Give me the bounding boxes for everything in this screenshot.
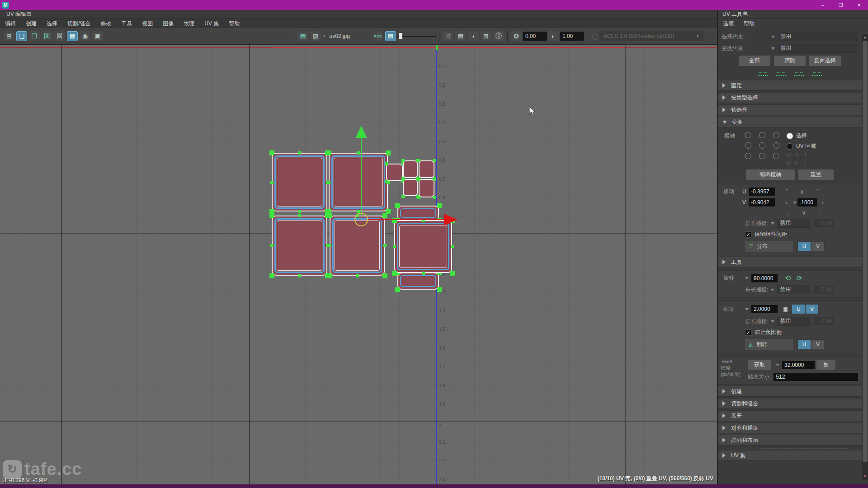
uv-vertex-dot[interactable] <box>357 151 360 155</box>
move-v-field[interactable]: -0.9042 <box>749 198 775 206</box>
chevron-down-icon[interactable] <box>771 320 774 323</box>
rotate-snap-value[interactable]: 禁用 <box>777 285 811 294</box>
section-cut-sew[interactable]: 切割和缝合 <box>718 398 862 409</box>
uv-editor-tab[interactable]: UV 编辑器 <box>6 10 32 18</box>
distribute-button[interactable]: ≣ 分布 <box>745 241 793 252</box>
exposure-field[interactable]: 0.00 <box>523 32 547 41</box>
rgb-channels-icon[interactable]: RGB <box>373 31 383 41</box>
shade-uv-icon[interactable]: ◉ <box>80 31 90 41</box>
uv-vertex-dot[interactable] <box>326 150 331 155</box>
uv-vertex-dot[interactable] <box>422 272 425 275</box>
close-button[interactable]: ✕ <box>850 0 868 10</box>
scale-v-toggle[interactable]: V <box>805 304 819 314</box>
chevron-down-icon[interactable] <box>776 364 779 366</box>
maximize-button[interactable]: ❐ <box>832 0 850 10</box>
section-align-snap[interactable]: 对齐和捕捉 <box>718 422 862 433</box>
select-反向选择-button[interactable]: 反向选择 <box>809 56 841 66</box>
menu-切割/缝合[interactable]: 切割/缝合 <box>62 20 95 28</box>
scale-proportional-icon[interactable]: ▣ <box>783 306 788 312</box>
uv-toolkit-tab[interactable]: UV 工具包 <box>722 10 748 18</box>
uv-vertex-dot[interactable] <box>298 151 301 155</box>
move-pad-right[interactable]: › <box>817 199 828 206</box>
selection-constraint-value[interactable]: 禁用 <box>778 32 858 41</box>
shell-border-on-icon[interactable]: 回 <box>42 31 52 41</box>
section-transform[interactable]: 变换 <box>718 117 862 127</box>
image-range-icon[interactable]: ▤ <box>455 31 466 41</box>
pivot-u-min-field[interactable]: 0 <box>793 152 801 159</box>
uv-vertex-dot[interactable] <box>382 273 387 278</box>
uv-viewport[interactable]: 0.10.20.30.40.50.60.70.80.911.11.21.31.4… <box>0 45 717 484</box>
select-全部-button[interactable]: 全部 <box>739 56 770 66</box>
slider-handle[interactable] <box>399 33 402 39</box>
shrink-selection-icon[interactable]: →← <box>758 69 768 76</box>
chevron-down-icon[interactable] <box>771 36 775 38</box>
move-manipulator-right-arrow[interactable] <box>444 214 458 225</box>
chevron-down-icon[interactable] <box>771 289 774 291</box>
chevron-down-icon[interactable] <box>745 277 749 279</box>
pivot-u-max-field[interactable]: 1 <box>802 152 809 159</box>
flip-v-toggle[interactable]: V <box>811 339 825 349</box>
shrink-shell-selection-icon[interactable]: →← <box>776 69 786 76</box>
rotate-ccw-icon[interactable]: ⟲ <box>785 274 791 282</box>
move-u-field[interactable]: -0.3957 <box>749 188 775 196</box>
map-size-field[interactable]: 512 <box>774 373 858 381</box>
menu-帮助[interactable]: 帮助 <box>224 20 245 28</box>
minimize-button[interactable]: – <box>814 0 832 10</box>
pivot-mode-uv-area-radio[interactable] <box>787 143 793 150</box>
scale-u-toggle[interactable]: U <box>792 304 805 314</box>
uv-vertex-dot[interactable] <box>327 213 332 218</box>
menu-工具[interactable]: 工具 <box>116 20 137 28</box>
pivot-radio[interactable] <box>773 142 779 149</box>
uv-vertex-dot[interactable] <box>269 213 274 218</box>
edit-pivot-button[interactable]: 编辑枢轴 <box>746 169 795 180</box>
uv-vertex-dot[interactable] <box>393 245 396 248</box>
flip-button[interactable]: ◭ 翻转 <box>745 339 793 350</box>
menu-修改[interactable]: 修改 <box>95 20 116 28</box>
uv-shell[interactable] <box>419 179 434 197</box>
uv-vertex-dot[interactable] <box>298 274 301 277</box>
uv-vertex-dot[interactable] <box>451 245 454 248</box>
pivot-mode-selection-radio[interactable] <box>787 133 793 139</box>
uv-vertex-dot[interactable] <box>433 196 436 199</box>
uv-vertex-dot[interactable] <box>383 244 387 247</box>
uv-vertex-dot[interactable] <box>270 244 274 247</box>
uv-vertex-dot[interactable] <box>401 195 405 198</box>
uv-vertex-dot[interactable] <box>386 150 391 155</box>
move-pad-corner-bl[interactable]: ⌞ <box>783 210 794 216</box>
texel-set-button[interactable]: 集 <box>816 360 835 370</box>
uv-vertex-dot[interactable] <box>417 159 420 162</box>
psd-network-icon[interactable]: ⓟ <box>493 31 504 41</box>
menu-UV 集[interactable]: UV 集 <box>199 20 224 28</box>
move-pad-down[interactable]: ∨ <box>798 209 809 216</box>
move-snap-value[interactable]: 禁用 <box>777 219 811 228</box>
uv-vertex-dot[interactable] <box>327 181 330 184</box>
toolkit-menu-选项[interactable]: 选项 <box>718 20 739 28</box>
uv-vertex-dot[interactable] <box>401 178 405 181</box>
uv-vertex-dot[interactable] <box>401 159 405 162</box>
uv-vertex-dot[interactable] <box>328 244 331 247</box>
uv-shell[interactable] <box>419 160 434 178</box>
uv-vertex-dot[interactable] <box>395 287 400 292</box>
uv-shell[interactable] <box>272 216 327 276</box>
scroll-up-icon[interactable]: ▲ <box>863 35 867 39</box>
grow-selection-icon[interactable]: ←→ <box>812 69 822 76</box>
menu-图像[interactable]: 图像 <box>158 20 179 28</box>
rotate-value-field[interactable]: 90.0000 <box>751 274 778 282</box>
uv-vertex-dot[interactable] <box>395 203 400 208</box>
pivot-radio[interactable] <box>773 153 779 159</box>
texture-name[interactable]: uv02.jpg <box>330 33 350 39</box>
uv-vertex-dot[interactable] <box>385 162 388 165</box>
uv-snapshot-icon[interactable]: ▣ <box>92 31 103 41</box>
section-unfold[interactable]: 展开 <box>718 410 862 421</box>
contrast-icon[interactable]: ◐ <box>548 31 559 41</box>
uv-vertex-dot[interactable] <box>433 159 436 162</box>
single-shell-icon[interactable]: ❐ <box>29 31 40 41</box>
menu-纹理[interactable]: 纹理 <box>179 20 199 28</box>
image-display-icon[interactable]: ▤ <box>385 31 396 41</box>
uv-vertex-dot[interactable] <box>269 273 274 278</box>
dim-image-icon[interactable]: ⊠ <box>481 31 491 41</box>
move-pad-corner-tr[interactable]: ⌝ <box>812 188 823 195</box>
select-清除-button[interactable]: 清除 <box>774 56 806 66</box>
menu-编辑[interactable]: 编辑 <box>0 20 21 28</box>
uv-vertex-dot[interactable] <box>392 218 397 223</box>
